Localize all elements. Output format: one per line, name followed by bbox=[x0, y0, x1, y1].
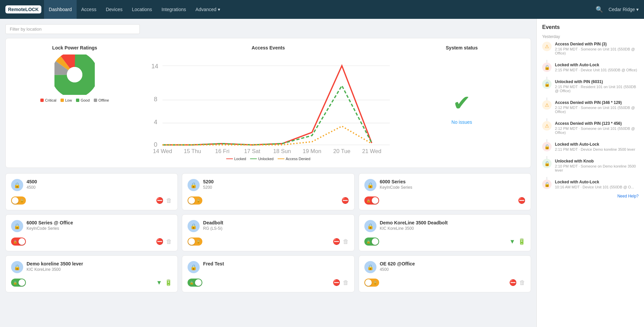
device-toggle[interactable]: 🔒 bbox=[188, 238, 202, 246]
svg-text:19 Mon: 19 Mon bbox=[303, 148, 321, 154]
trash-icon[interactable]: 🗑 bbox=[343, 279, 349, 286]
event-badge: 🔒 bbox=[542, 142, 552, 151]
nav-locations[interactable]: Locations bbox=[127, 0, 157, 19]
nav-dashboard[interactable]: Dashboard bbox=[44, 0, 77, 19]
cloud-error-icon[interactable]: ⛔ bbox=[333, 279, 340, 286]
event-badge: 🔒 bbox=[542, 159, 552, 168]
charts-panel: Lock Power Ratings bbox=[5, 38, 531, 168]
device-toggle[interactable]: 🔒 bbox=[364, 279, 379, 287]
location-filter[interactable]: Filter by location bbox=[5, 24, 140, 34]
event-item: 🔒 Locked with Auto-Lock 2:15 PM MDT · De… bbox=[542, 63, 639, 72]
device-card-4500[interactable]: 🔒 4500 4500 🔒 ⛔ 🗑 bbox=[5, 173, 178, 210]
navbar: RemoteLOCK Dashboard Access Devices Loca… bbox=[0, 0, 644, 19]
device-header: 🔒 5200 5200 bbox=[188, 179, 349, 191]
device-card-demo-lever[interactable]: 🔒 Demo koreline 3500 lever KIC KoreLine … bbox=[5, 255, 178, 292]
search-icon[interactable]: 🔍 bbox=[596, 6, 603, 13]
device-footer: 🔒 ⛔ 🗑 bbox=[188, 238, 349, 246]
device-header: 🔒 OE 620 @Office 4500 bbox=[364, 261, 525, 273]
event-divider bbox=[547, 98, 547, 100]
device-header: 🔒 Fred Test bbox=[188, 261, 349, 273]
system-status-chart: System status ✔ No issues bbox=[400, 45, 524, 161]
device-header: 🔒 6000 Series KeyInCode Series bbox=[364, 179, 525, 191]
cloud-error-icon[interactable]: ⛔ bbox=[156, 197, 163, 204]
device-footer: 🔒 ⛔ 🗑 bbox=[11, 238, 172, 246]
signal-icon[interactable]: ▼ bbox=[156, 279, 162, 286]
toggle-knob bbox=[12, 197, 18, 204]
cloud-error-icon[interactable]: ⛔ bbox=[333, 238, 340, 245]
device-card-5200[interactable]: 🔒 5200 5200 🔒 ⛔ bbox=[182, 173, 354, 210]
event-divider bbox=[547, 139, 547, 142]
device-sub: 4500 bbox=[380, 267, 525, 272]
signal-icon[interactable]: ▼ bbox=[509, 238, 515, 245]
toggle-lock-icon: 🔒 bbox=[366, 240, 370, 244]
nav-integrations[interactable]: Integrations bbox=[157, 0, 191, 19]
event-item: 🔒 Unlocked with Knob 2:10 PM MDT · Someo… bbox=[542, 159, 639, 172]
device-footer: 🔒 ⛔ bbox=[364, 196, 525, 205]
toggle-knob bbox=[365, 279, 372, 286]
event-content: Access Denied with PIN (346 * 129) 2:12 … bbox=[555, 100, 639, 114]
event-badge: 🔒 bbox=[542, 79, 552, 89]
trash-icon[interactable]: 🗑 bbox=[343, 238, 349, 245]
event-badge: ⚠ bbox=[542, 121, 552, 131]
device-name: Deadbolt bbox=[203, 220, 349, 225]
cloud-error-icon[interactable]: ⛔ bbox=[518, 197, 525, 204]
cloud-error-icon[interactable]: ⛔ bbox=[341, 197, 349, 204]
event-item: 🔒 Unlocked with PIN (6031) 2:15 PM MDT ·… bbox=[542, 79, 639, 93]
no-issues-label: No issues bbox=[451, 119, 472, 125]
location-selector[interactable]: Cedar Ridge ▾ bbox=[608, 7, 639, 12]
svg-text:21 Wed: 21 Wed bbox=[362, 148, 381, 154]
device-name: OE 620 @Office bbox=[380, 261, 525, 266]
device-icon: 🔒 bbox=[11, 220, 23, 232]
device-card-fred-test[interactable]: 🔒 Fred Test 🔒 ⛔ 🗑 bbox=[182, 255, 354, 292]
device-info: 6000 Series @ Office KeyInCode Series bbox=[27, 220, 172, 231]
device-card-6000series[interactable]: 🔒 6000 Series KeyInCode Series 🔒 ⛔ bbox=[359, 173, 531, 210]
location-label: Cedar Ridge bbox=[608, 7, 635, 12]
trash-icon[interactable]: 🗑 bbox=[166, 238, 172, 245]
filter-bar: Filter by location bbox=[5, 24, 531, 34]
device-card-demo-deadbolt[interactable]: 🔒 Demo KoreLine 3500 Deadbolt KIC KoreLi… bbox=[359, 214, 531, 251]
nav-access[interactable]: Access bbox=[77, 0, 101, 19]
device-info: Deadbolt RG (LS-5i) bbox=[203, 220, 349, 231]
device-info: 6000 Series KeyInCode Series bbox=[380, 179, 525, 190]
toggle-lock-icon: 🔒 bbox=[13, 281, 17, 285]
device-card-deadbolt[interactable]: 🔒 Deadbolt RG (LS-5i) 🔒 ⛔ 🗑 bbox=[182, 214, 354, 251]
trash-icon[interactable]: 🗑 bbox=[166, 197, 172, 204]
device-header: 🔒 6000 Series @ Office KeyInCode Series bbox=[11, 220, 172, 232]
device-card-6000office[interactable]: 🔒 6000 Series @ Office KeyInCode Series … bbox=[5, 214, 178, 251]
device-toggle[interactable]: 🔒 bbox=[188, 279, 202, 287]
device-card-oe620[interactable]: 🔒 OE 620 @Office 4500 🔒 ⛔ 🗑 bbox=[359, 255, 531, 292]
cloud-error-icon[interactable]: ⛔ bbox=[156, 238, 163, 245]
nav-devices[interactable]: Devices bbox=[101, 0, 127, 19]
event-divider bbox=[547, 156, 547, 159]
device-toggle[interactable]: 🔒 bbox=[364, 238, 379, 246]
toggle-knob bbox=[18, 238, 25, 245]
need-help-link[interactable]: Need Help? bbox=[542, 194, 639, 198]
toggle-lock-icon: 🔒 bbox=[13, 240, 17, 244]
brand-logo[interactable]: RemoteLOCK bbox=[5, 5, 41, 13]
toggle-knob bbox=[372, 197, 378, 204]
lock-power-title: Lock Power Ratings bbox=[52, 45, 97, 50]
battery-icon[interactable]: 🔋 bbox=[518, 238, 525, 245]
device-toggle[interactable]: 🔒 bbox=[188, 196, 202, 205]
device-name: Fred Test bbox=[203, 261, 349, 266]
legend-unlocked: Unlocked bbox=[250, 157, 274, 161]
battery-icon[interactable]: 🔋 bbox=[165, 279, 172, 286]
device-name: 5200 bbox=[203, 179, 349, 184]
nav-links: Dashboard Access Devices Locations Integ… bbox=[44, 0, 596, 19]
svg-point-4 bbox=[67, 67, 82, 82]
event-item: 🔒 Locked with Auto-Lock 10:16 AM MDT · D… bbox=[542, 180, 639, 189]
device-footer: 🔒 ⛔ 🗑 bbox=[11, 196, 172, 205]
nav-right: 🔍 Cedar Ridge ▾ bbox=[596, 6, 639, 13]
device-toggle[interactable]: 🔒 bbox=[364, 196, 379, 205]
device-toggle[interactable]: 🔒 bbox=[11, 196, 26, 205]
legend-access-denied: Access Denied bbox=[278, 157, 310, 161]
device-toggle[interactable]: 🔒 bbox=[11, 279, 26, 287]
device-toggle[interactable]: 🔒 bbox=[11, 238, 26, 246]
event-title: Access Denied with PIN (346 * 129) bbox=[555, 100, 639, 105]
trash-icon[interactable]: 🗑 bbox=[519, 279, 525, 286]
event-content: Unlocked with PIN (6031) 2:15 PM MDT · R… bbox=[555, 79, 639, 93]
device-sub: 5200 bbox=[203, 185, 349, 190]
cloud-error-icon[interactable]: ⛔ bbox=[509, 279, 517, 286]
nav-advanced[interactable]: Advanced ▾ bbox=[191, 0, 225, 19]
event-meta: 2:11 PM MDT · Device Demo koreline 3500 … bbox=[555, 147, 639, 151]
